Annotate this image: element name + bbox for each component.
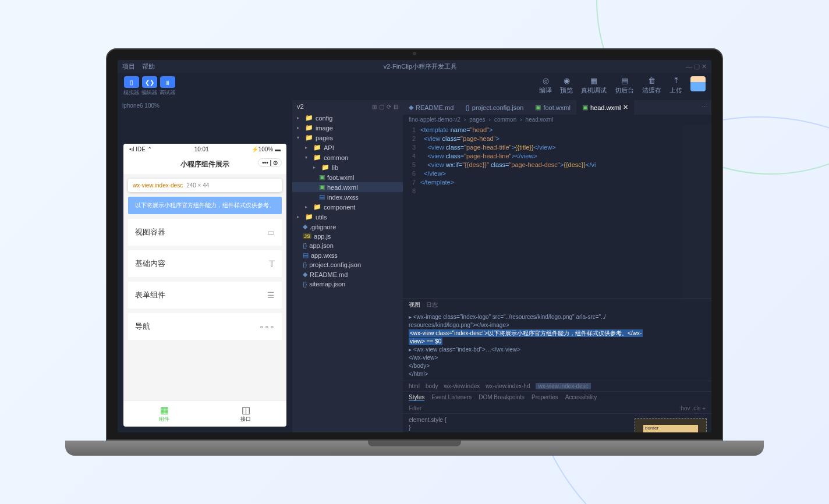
add-rule-icon[interactable]: + [702, 405, 706, 411]
tree-folder[interactable]: ▸📁component [292, 202, 403, 212]
phone-tabbar: ▦组件 ◫接口 [123, 400, 286, 427]
devtools-panel: 视图 日志 ▸ <wx-image class="index-logo" src… [403, 299, 711, 432]
new-folder-icon[interactable]: ▢ [379, 104, 384, 110]
tree-file[interactable]: ◆README.md [292, 269, 403, 279]
css-rules[interactable]: element.style { } .index-desc {<style> m… [403, 414, 630, 432]
form-icon: ☰ [267, 290, 275, 300]
tree-file[interactable]: JSapp.js [292, 232, 403, 241]
capsule-button[interactable]: ••• | ⊙ [258, 158, 282, 167]
properties-tab[interactable]: Properties [532, 394, 558, 401]
collapse-icon[interactable]: ⊟ [394, 104, 398, 110]
tree-folder[interactable]: ▾📁common [292, 152, 403, 162]
breadcrumb[interactable]: fino-applet-demo-v2› pages› common› head… [403, 115, 711, 125]
tab-component[interactable]: ▦组件 [123, 401, 205, 427]
list-item[interactable]: 表单组件☰ [128, 282, 282, 308]
new-file-icon[interactable]: ⊞ [372, 104, 377, 110]
tab-projectcfg[interactable]: {}project.config.json [459, 101, 529, 115]
tree-file[interactable]: {}project.config.json [292, 260, 403, 269]
listeners-tab[interactable]: Event Listeners [431, 394, 472, 401]
clear-cache-button[interactable]: 🗑清缓存 [642, 76, 661, 95]
editor-tabs: ◆README.md {}project.config.json ▣foot.w… [403, 100, 711, 115]
root-folder[interactable]: v2 [297, 103, 304, 110]
list-item[interactable]: 导航∘∘∘ [128, 313, 282, 340]
hov-toggle[interactable]: :hov [679, 405, 690, 411]
tree-file[interactable]: {}sitemap.json [292, 279, 403, 289]
tree-file[interactable]: ▤index.wxss [292, 192, 403, 202]
minimap[interactable] [682, 125, 711, 299]
camera-dot [413, 52, 416, 55]
tab-view[interactable]: 视图 [409, 301, 420, 309]
highlighted-element[interactable]: 以下将展示小程序官方组件能力，组件样式仅供参考。 [128, 197, 282, 214]
ide-window: 项目 帮助 v2-FinClip小程序开发工具 — ▢ ✕ ▯模拟器 ❮❯编辑器… [118, 60, 711, 432]
breakpoints-tab[interactable]: DOM Breakpoints [479, 394, 525, 401]
list-item[interactable]: 基础内容𝕋 [128, 250, 282, 277]
tab-api[interactable]: ◫接口 [205, 401, 286, 427]
styles-tabs: Styles Event Listeners DOM Breakpoints P… [403, 391, 711, 403]
upload-button[interactable]: ⤒上传 [669, 76, 682, 95]
compile-button[interactable]: ◎编译 [539, 76, 552, 95]
tab-readme[interactable]: ◆README.md [403, 100, 459, 115]
tree-file[interactable]: {}app.json [292, 241, 403, 250]
phone-title: 小程序组件展示 ••• | ⊙ [123, 155, 286, 174]
styles-filter-bar: Filter :hov .cls + [403, 403, 711, 414]
styles-tab[interactable]: Styles [409, 394, 424, 401]
tree-file[interactable]: ▣foot.wxml [292, 172, 403, 182]
inspect-tooltip: wx-view.index-desc240 × 44 [128, 179, 282, 192]
preview-button[interactable]: ◉预览 [560, 76, 573, 95]
refresh-icon[interactable]: ⟳ [387, 104, 391, 110]
menu-project[interactable]: 项目 [122, 62, 135, 71]
accessibility-tab[interactable]: Accessibility [565, 394, 597, 401]
more-tabs-icon[interactable]: ⋯ [698, 104, 711, 111]
cls-toggle[interactable]: .cls [692, 405, 700, 411]
dom-breadcrumb[interactable]: htmlbody wx-view.indexwx-view.index-hd w… [403, 381, 711, 391]
tree-file[interactable]: ▤app.wxss [292, 250, 403, 260]
file-tree: ▸📁config ▸📁image ▾📁pages ▸📁API ▾📁common … [292, 113, 403, 432]
laptop-mockup: 项目 帮助 v2-FinClip小程序开发工具 — ▢ ✕ ▯模拟器 ❮❯编辑器… [106, 48, 723, 456]
gutter: 1234 5678 [403, 125, 420, 299]
laptop-base [65, 441, 764, 456]
devtools-top-tabs: 视图 日志 [403, 299, 711, 311]
tree-folder[interactable]: ▸📁API [292, 143, 403, 152]
filter-input[interactable]: Filter [409, 405, 679, 411]
window-title: v2-FinClip小程序开发工具 [162, 62, 679, 71]
tree-folder[interactable]: ▸📁lib [292, 162, 403, 172]
box-model[interactable]: 10 - - 240 × 44 - - [630, 414, 711, 432]
tree-file[interactable]: ◆.gitignore [292, 222, 403, 232]
background-button[interactable]: ▤切后台 [615, 76, 634, 95]
window-controls[interactable]: — ▢ ✕ [686, 63, 707, 70]
tab-foot[interactable]: ▣foot.wxml [529, 100, 576, 115]
menu-help[interactable]: 帮助 [142, 62, 155, 71]
menubar: 项目 帮助 v2-FinClip小程序开发工具 — ▢ ✕ [118, 60, 711, 73]
simulator-toggle[interactable]: ▯模拟器 [123, 76, 139, 97]
tree-folder[interactable]: ▸📁image [292, 123, 403, 133]
explorer-header: v2 ⊞ ▢ ⟳ ⊟ [292, 100, 403, 113]
toolbar: ▯模拟器 ❮❯编辑器 ⫼调试器 ◎编译 ◉预览 ▦真机调试 ▤切后台 🗑清缓存 … [118, 73, 711, 100]
editor-area: ◆README.md {}project.config.json ▣foot.w… [403, 100, 711, 432]
code-editor[interactable]: 1234 5678 <template name="head"> <view c… [403, 125, 711, 299]
close-icon[interactable]: ✕ [623, 104, 628, 111]
tree-folder[interactable]: ▸📁utils [292, 212, 403, 222]
tree-folder[interactable]: ▾📁pages [292, 133, 403, 143]
nav-icon: ∘∘∘ [259, 322, 275, 331]
dom-tree[interactable]: ▸ <wx-image class="index-logo" src="../r… [403, 311, 711, 381]
device-info[interactable]: iphone6 100% [118, 100, 292, 111]
phone-statusbar: •ıl IDE ⌃ 10:01 ⚡100% ▬ [123, 144, 286, 155]
tab-head[interactable]: ▣head.wxml✕ [576, 100, 635, 115]
text-icon: 𝕋 [269, 259, 275, 268]
user-avatar[interactable] [690, 76, 706, 91]
debugger-toggle[interactable]: ⫼调试器 [160, 76, 175, 97]
file-explorer: v2 ⊞ ▢ ⟳ ⊟ ▸📁config ▸📁image ▾📁pages ▸📁AP… [292, 100, 403, 432]
remote-debug-button[interactable]: ▦真机调试 [581, 76, 607, 95]
code-lines[interactable]: <template name="head"> <view class="page… [420, 125, 682, 299]
tree-file-active[interactable]: ▣head.wxml [292, 182, 403, 192]
list-item[interactable]: 视图容器▭ [128, 219, 282, 246]
editor-toggle[interactable]: ❮❯编辑器 [141, 76, 157, 97]
tab-log[interactable]: 日志 [426, 301, 438, 309]
container-icon: ▭ [267, 228, 275, 237]
tree-folder[interactable]: ▸📁config [292, 113, 403, 123]
simulator-panel: iphone6 100% •ıl IDE ⌃ 10:01 ⚡100% ▬ 小程序… [118, 100, 292, 432]
phone-preview: •ıl IDE ⌃ 10:01 ⚡100% ▬ 小程序组件展示 ••• | ⊙ … [123, 144, 286, 427]
